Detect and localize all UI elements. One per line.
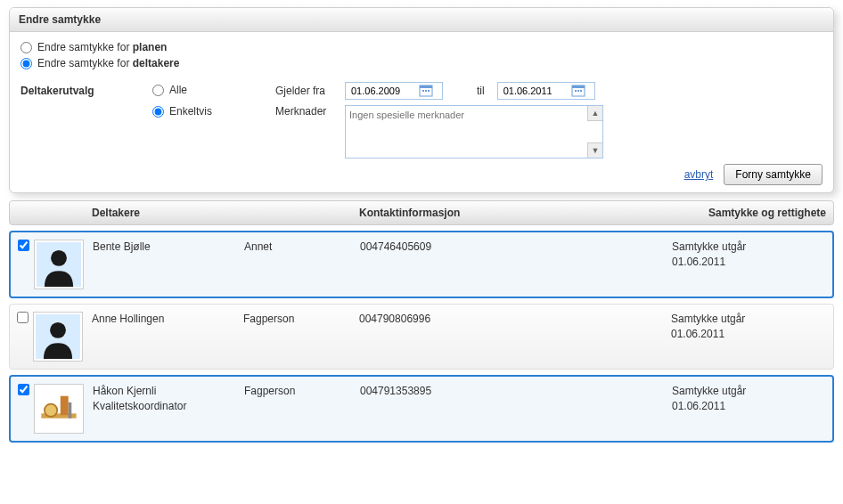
svg-rect-3 (425, 90, 427, 92)
row-checkbox[interactable] (18, 240, 29, 251)
participant-role: Fagperson (244, 384, 360, 399)
radio-participants-label: Endre samtykke for deltakere (37, 57, 179, 69)
header-consent: Samtykke og rettighete (671, 207, 826, 219)
radio-participants-input[interactable] (20, 58, 32, 69)
consent-panel: Endre samtykke Endre samtykke for planen… (9, 7, 834, 193)
participant-contact: 004790806996 (359, 312, 671, 327)
svg-rect-14 (37, 386, 81, 431)
svg-rect-18 (69, 402, 72, 419)
svg-rect-4 (428, 90, 430, 92)
radio-participants[interactable]: Endre samtykke for deltakere (20, 57, 823, 69)
radio-individual-label: Enkeltvis (169, 105, 212, 118)
panel-title: Endre samtykke (10, 8, 833, 32)
to-date-field[interactable] (497, 82, 595, 100)
participant-role: Fagperson (243, 312, 359, 327)
participant-subtitle: Kvalitetskoordinator (93, 399, 244, 414)
participant-name: Anne Hollingen (92, 312, 243, 327)
participants-rows: Bente BjølleAnnet004746405609Samtykke ut… (9, 231, 834, 443)
svg-rect-16 (61, 396, 69, 415)
to-date-input[interactable] (502, 85, 571, 97)
participant-row[interactable]: Anne HollingenFagperson004790806996Samty… (9, 304, 834, 370)
renew-consent-button[interactable]: Forny samtykke (724, 164, 823, 185)
participant-consent: Samtykke utgår01.06.2011 (672, 240, 825, 270)
from-date-input[interactable] (349, 85, 419, 97)
scroll-down-icon[interactable]: ▼ (587, 142, 602, 158)
participant-row[interactable]: Håkon KjernliKvalitetskoordinatorFagpers… (9, 375, 834, 443)
from-date-field[interactable] (345, 82, 443, 100)
row-checkbox[interactable] (18, 384, 29, 395)
cancel-link[interactable]: avbryt (684, 168, 714, 181)
notes-textarea[interactable] (346, 106, 586, 158)
calendar-icon[interactable] (571, 84, 585, 98)
radio-all-input[interactable] (152, 85, 164, 96)
svg-rect-1 (420, 85, 432, 88)
participants-grid-header: Deltakere Kontaktinformasjon Samtykke og… (9, 200, 834, 225)
svg-point-13 (50, 322, 66, 338)
radio-plan-label: Endre samtykke for planen (37, 41, 167, 53)
svg-point-11 (51, 250, 67, 266)
participant-contact: 004746405609 (360, 240, 672, 255)
svg-point-17 (45, 404, 57, 417)
participant-row[interactable]: Bente BjølleAnnet004746405609Samtykke ut… (9, 231, 834, 298)
participant-consent: Samtykke utgår01.06.2011 (671, 312, 826, 342)
avatar (33, 312, 83, 362)
scroll-up-icon[interactable]: ▲ (587, 106, 602, 121)
radio-individual[interactable]: Enkeltvis (152, 105, 268, 118)
svg-rect-2 (422, 90, 424, 92)
radio-plan-input[interactable] (20, 42, 32, 53)
participant-name: Bente Bjølle (93, 240, 244, 255)
calendar-icon[interactable] (419, 84, 433, 98)
notes-label: Merknader (275, 105, 338, 118)
selection-label: Deltakerutvalg (20, 82, 145, 97)
avatar (34, 384, 84, 434)
svg-rect-8 (577, 90, 579, 92)
row-checkbox[interactable] (17, 312, 29, 323)
avatar (34, 240, 84, 289)
radio-individual-input[interactable] (152, 106, 164, 118)
consent-scope-group: Endre samtykke for planen Endre samtykke… (20, 41, 823, 69)
notes-field[interactable]: ▲ ▼ (345, 105, 603, 159)
participant-consent: Samtykke utgår01.06.2011 (672, 384, 825, 414)
header-participants: Deltakere (92, 207, 359, 219)
svg-rect-6 (572, 85, 585, 88)
radio-all-label: Alle (169, 84, 187, 96)
svg-rect-9 (580, 90, 582, 92)
from-date-label: Gjelder fra (275, 85, 338, 97)
participant-name: Håkon KjernliKvalitetskoordinator (93, 384, 244, 414)
header-contact: Kontaktinformasjon (359, 207, 671, 219)
to-date-label: til (477, 85, 485, 97)
svg-rect-7 (575, 90, 577, 92)
radio-plan[interactable]: Endre samtykke for planen (20, 41, 823, 53)
participant-contact: 004791353895 (360, 384, 672, 399)
participant-role: Annet (244, 240, 360, 255)
radio-all[interactable]: Alle (152, 84, 268, 96)
